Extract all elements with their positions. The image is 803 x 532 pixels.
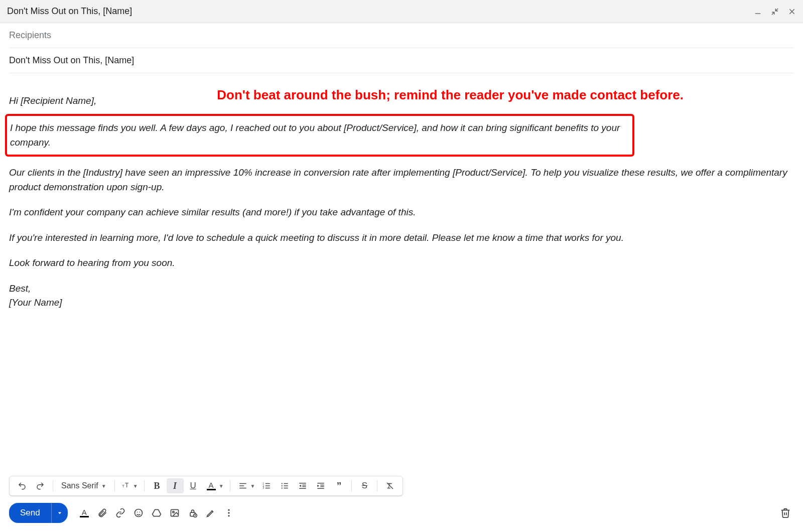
compose-body[interactable]: Hi [Recipient Name], Don't beat around t… [0, 73, 803, 476]
more-options-icon[interactable] [223, 507, 234, 518]
body-p1: I hope this message finds you well. A fe… [10, 121, 629, 150]
compose-action-bar: Send A [9, 503, 794, 523]
quote-button[interactable]: ” [330, 478, 347, 493]
toolbar-separator [53, 480, 53, 491]
bulleted-list-button[interactable] [276, 478, 293, 493]
formatting-toolbar: Sans Serif ▼ TT ▼ B I U A ▼ ▼ 123 [9, 476, 403, 496]
redo-button[interactable] [32, 478, 49, 493]
attach-file-icon[interactable] [97, 507, 108, 518]
body-signoff1: Best, [9, 282, 794, 296]
compose-action-icons: A [79, 507, 234, 518]
svg-text:3: 3 [263, 487, 264, 489]
chevron-down-icon[interactable]: ▼ [219, 483, 224, 489]
compose-fields: Recipients Don't Miss Out on This, [Name… [0, 23, 803, 73]
close-icon[interactable] [788, 8, 796, 16]
svg-point-14 [282, 487, 283, 488]
remove-formatting-button[interactable] [381, 478, 398, 493]
indent-more-button[interactable] [312, 478, 329, 493]
minimize-icon[interactable] [754, 8, 762, 16]
svg-point-31 [137, 512, 138, 513]
compose-footer: Sans Serif ▼ TT ▼ B I U A ▼ ▼ 123 [0, 476, 803, 532]
underline-button[interactable]: U [185, 478, 202, 493]
svg-text:T: T [125, 482, 129, 489]
indent-less-button[interactable] [294, 478, 311, 493]
text-format-icon[interactable]: A [79, 507, 90, 518]
svg-point-32 [139, 512, 140, 513]
chevron-down-icon[interactable]: ▼ [250, 483, 255, 489]
text-color-button[interactable]: A [203, 478, 220, 493]
svg-rect-0 [755, 13, 761, 14]
svg-point-30 [135, 509, 142, 517]
svg-marker-22 [300, 485, 302, 487]
send-button[interactable]: Send [9, 503, 51, 523]
recipients-field[interactable]: Recipients [9, 23, 794, 48]
body-greeting: Hi [Recipient Name], [9, 94, 96, 108]
send-options-button[interactable] [51, 503, 68, 523]
toolbar-separator [230, 480, 230, 491]
strikethrough-button[interactable]: S [356, 478, 373, 493]
pop-in-icon[interactable] [771, 8, 779, 16]
insert-photo-icon[interactable] [169, 507, 180, 518]
font-family-label: Sans Serif [61, 481, 98, 490]
svg-point-12 [282, 483, 283, 484]
font-size-button[interactable]: TT ▼ [119, 481, 140, 490]
svg-point-38 [228, 509, 229, 511]
insert-drive-icon[interactable] [151, 507, 162, 518]
subject-field[interactable]: Don't Miss Out on This, [Name] [9, 48, 794, 73]
toggle-confidential-icon[interactable] [187, 507, 198, 518]
align-button[interactable] [234, 478, 251, 493]
toolbar-separator [351, 480, 352, 491]
body-p2: Our clients in the [Industry] have seen … [9, 166, 794, 194]
svg-marker-27 [318, 485, 320, 487]
insert-link-icon[interactable] [115, 507, 126, 518]
body-p4: If you're interested in learning more, I… [9, 231, 794, 245]
chevron-down-icon: ▼ [133, 483, 138, 489]
window-controls [754, 8, 796, 16]
toolbar-separator [377, 480, 377, 491]
svg-point-40 [228, 515, 229, 516]
svg-marker-33 [152, 509, 161, 516]
svg-text:T: T [122, 484, 124, 488]
svg-point-13 [282, 485, 283, 486]
send-button-group: Send [9, 503, 68, 523]
font-family-select[interactable]: Sans Serif ▼ [57, 481, 110, 490]
insert-signature-icon[interactable] [205, 507, 216, 518]
body-p5: Look forward to hearing from you soon. [9, 256, 794, 271]
chevron-down-icon: ▼ [101, 483, 106, 489]
svg-point-35 [173, 511, 174, 513]
svg-marker-29 [58, 512, 61, 514]
insert-emoji-icon[interactable] [133, 507, 144, 518]
annotation-text: Don't beat around the bush; remind the r… [106, 85, 794, 105]
toolbar-separator [114, 480, 115, 491]
body-p3: I'm confident your company can achieve s… [9, 205, 794, 220]
numbered-list-button[interactable]: 123 [258, 478, 275, 493]
bold-button[interactable]: B [149, 478, 166, 493]
discard-draft-icon[interactable] [780, 507, 794, 518]
annotation-highlight-box: I hope this message finds you well. A fe… [5, 114, 634, 157]
window-title: Don't Miss Out on This, [Name] [7, 6, 132, 17]
body-signoff2: [Your Name] [9, 296, 794, 310]
window-titlebar: Don't Miss Out on This, [Name] [0, 0, 803, 23]
undo-button[interactable] [14, 478, 31, 493]
italic-button[interactable]: I [167, 478, 184, 493]
svg-point-39 [228, 512, 229, 513]
toolbar-separator [144, 480, 145, 491]
